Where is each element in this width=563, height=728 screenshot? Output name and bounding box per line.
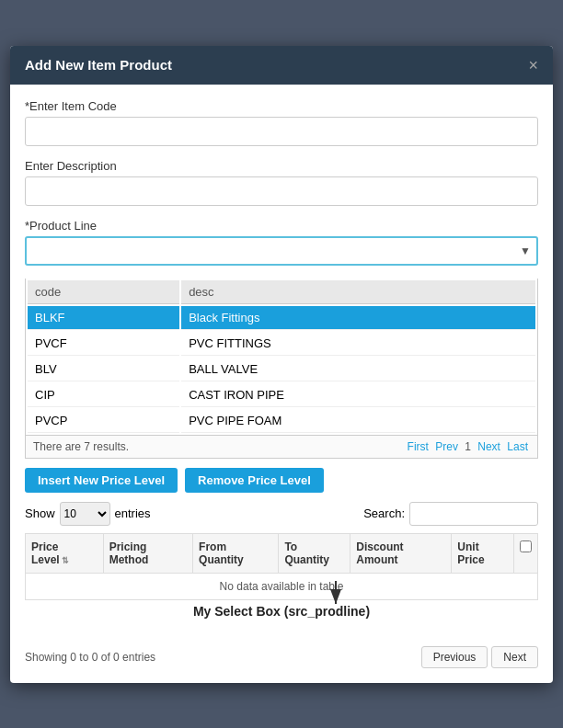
col-header [513, 533, 537, 573]
dropdown-footer: There are 7 results. First Prev 1 Next L… [25, 436, 538, 459]
sort-icon[interactable]: ⇅ [62, 556, 69, 565]
modal-header: Add New Item Product × [10, 46, 553, 85]
col-header: Discount Amount [350, 533, 452, 573]
datatable-footer: Showing 0 to 0 of 0 entries Previous Nex… [25, 646, 538, 668]
modal-title: Add New Item Product [25, 57, 172, 73]
next-link[interactable]: Next [477, 440, 500, 453]
col-header-desc: desc [181, 280, 535, 304]
product-line-select[interactable] [25, 236, 538, 266]
product-line-table: code desc BLKFBlack FittingsPVCFPVC FITT… [25, 279, 538, 436]
result-count: There are 7 results. [33, 440, 129, 453]
row-code: PVCF [28, 332, 179, 356]
show-entries: Show 10 25 50 entries [25, 502, 151, 526]
show-label: Show [25, 506, 55, 520]
item-code-label: *Enter Item Code [25, 99, 538, 113]
previous-button[interactable]: Previous [421, 646, 488, 668]
dropdown-row[interactable]: BLKFBlack Fittings [28, 306, 535, 330]
col-header: Pricing Method [103, 533, 192, 573]
nav-buttons: Previous Next [421, 646, 538, 668]
description-label: Enter Description [25, 159, 538, 173]
row-desc: PVC PIPE FOAM [181, 409, 535, 433]
search-box: Search: [363, 502, 538, 526]
product-line-select-wrapper: ▼ [25, 236, 538, 266]
insert-price-level-button[interactable]: Insert New Price Level [25, 468, 178, 493]
col-header-code: code [28, 280, 179, 304]
entries-label: entries [115, 506, 151, 520]
entries-select[interactable]: 10 25 50 [60, 502, 110, 526]
datatable-controls: Show 10 25 50 entries Search: [25, 502, 538, 526]
product-line-dropdown: code desc BLKFBlack FittingsPVCFPVC FITT… [25, 279, 538, 459]
select-all-checkbox[interactable] [520, 540, 532, 552]
row-code: BLKF [28, 306, 179, 330]
product-line-label: *Product Line [25, 219, 538, 233]
col-header: Price Level⇅ [26, 533, 104, 573]
pagination[interactable]: First Prev 1 Next Last [406, 440, 530, 453]
col-header: From Quantity [193, 533, 279, 573]
row-desc: PVC FITTINGS [181, 332, 535, 356]
item-code-input[interactable] [25, 117, 538, 146]
description-input[interactable] [25, 176, 538, 206]
last-link[interactable]: Last [507, 440, 528, 453]
arrow-annotation [244, 576, 428, 613]
row-desc: BALL VALVE [181, 358, 535, 381]
prev-link[interactable]: Prev [435, 440, 458, 453]
row-desc: Black Fittings [181, 306, 535, 330]
modal-close-button[interactable]: × [528, 57, 538, 74]
first-link[interactable]: First [408, 440, 429, 453]
annotation-area: My Select Box (src_prodline) [25, 604, 538, 619]
datatable-container: Price Level⇅Pricing MethodFrom QuantityT… [25, 533, 538, 619]
modal-dialog: Add New Item Product × *Enter Item Code … [10, 46, 553, 683]
dropdown-row[interactable]: CIPCAST IRON PIPE [28, 383, 535, 407]
dropdown-row[interactable]: BLVBALL VALVE [28, 358, 535, 381]
search-input[interactable] [409, 502, 538, 526]
action-buttons: Insert New Price Level Remove Price Leve… [25, 468, 538, 493]
next-button[interactable]: Next [491, 646, 538, 668]
search-label: Search: [363, 506, 405, 520]
product-line-group: *Product Line ▼ [25, 219, 538, 266]
col-header: To Quantity [279, 533, 350, 573]
modal-body: *Enter Item Code Enter Description *Prod… [10, 85, 553, 683]
row-code: CIP [28, 383, 179, 407]
page-number: 1 [465, 440, 471, 453]
row-desc: CAST IRON PIPE [181, 383, 535, 407]
col-header: Unit Price [452, 533, 514, 573]
row-code: BLV [28, 358, 179, 381]
description-group: Enter Description [25, 159, 538, 206]
dropdown-row[interactable]: PVCPPVC PIPE FOAM [28, 409, 535, 433]
item-code-group: *Enter Item Code [25, 99, 538, 146]
remove-price-level-button[interactable]: Remove Price Level [185, 468, 324, 493]
row-code: PVCP [28, 409, 179, 433]
dropdown-row[interactable]: PVCFPVC FITTINGS [28, 332, 535, 356]
showing-label: Showing 0 to 0 of 0 entries [25, 651, 155, 664]
